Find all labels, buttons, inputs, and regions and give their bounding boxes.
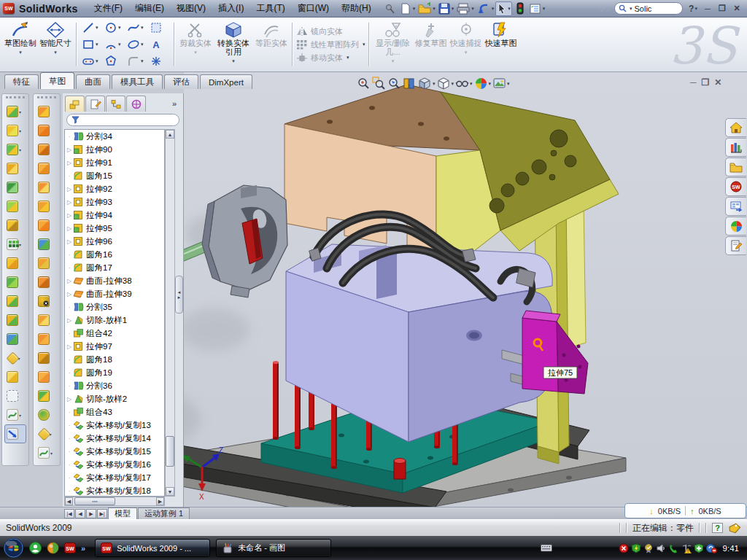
features-extruded-boss-button[interactable]: ▾ xyxy=(7,102,24,121)
model-nav-next-button[interactable]: ▶ xyxy=(86,509,96,518)
model-tab-运动算例 1[interactable]: 运动算例 1 xyxy=(138,508,190,519)
surfaces-planar-surface-button[interactable] xyxy=(38,216,55,235)
taskpane-custom-properties-tab[interactable] xyxy=(725,236,746,255)
sketch-tool-sfillet[interactable]: ▾ xyxy=(125,53,148,70)
hscroll-thumb[interactable]: ▪▪▪ xyxy=(74,497,115,505)
sketch-tool-circle[interactable]: ▾ xyxy=(103,20,125,36)
features-curve-button[interactable]: ▾ xyxy=(7,405,24,424)
dropdown-caret-icon[interactable]: ▾ xyxy=(507,81,510,87)
cmd-草图绘制[interactable]: 草图绘制▾ xyxy=(3,20,38,69)
features-wrap-button[interactable] xyxy=(7,216,24,235)
features-revolved-boss-button[interactable]: ▾ xyxy=(7,140,24,159)
surfaces-flex-button[interactable] xyxy=(38,102,55,121)
taskpane-view-palette-tab[interactable] xyxy=(725,197,746,216)
tree-vertical-scrollbar[interactable]: ▲ ▼ xyxy=(165,129,175,497)
close-button[interactable]: ✕ xyxy=(729,2,744,15)
tree-filter-input[interactable] xyxy=(66,114,179,126)
dropdown-caret-icon[interactable]: ▾ xyxy=(433,81,436,87)
model-nav-last-button[interactable]: ▶| xyxy=(97,509,107,518)
tree-item[interactable]: ▷切除-放样1 xyxy=(65,314,164,327)
dropdown-caret-icon[interactable]: ▾ xyxy=(19,147,24,152)
surfaces-replace-face-button[interactable] xyxy=(38,311,55,330)
dropdown-caret-icon[interactable]: ▾ xyxy=(470,81,473,87)
cmd-修复草图[interactable]: 修复草图 xyxy=(414,20,449,69)
surfaces-deform-button[interactable] xyxy=(38,140,55,159)
dropdown-caret-icon[interactable]: ▾ xyxy=(118,25,121,31)
tray-keyboard-icon[interactable] xyxy=(541,544,552,552)
scroll-right-icon[interactable]: ▶ xyxy=(156,497,164,505)
taskpane-appearances-tab[interactable] xyxy=(725,217,746,236)
surfaces-lofted-surface-button[interactable] xyxy=(38,235,55,254)
features-lofted-boss-button[interactable] xyxy=(7,178,24,197)
headsup-section-view-button[interactable] xyxy=(403,77,417,90)
undo-button[interactable]: ▾ xyxy=(476,1,495,16)
expand-arrow-icon[interactable]: ▷ xyxy=(66,343,73,350)
expand-arrow-icon[interactable]: ▷ xyxy=(66,291,73,298)
part-red-cylinder[interactable] xyxy=(394,459,406,480)
features-intersect-button[interactable] xyxy=(7,330,24,349)
tree-horizontal-scrollbar[interactable]: ◀ ▪▪▪ ▶ xyxy=(64,497,165,506)
tree-item[interactable]: ▷拉伸92 xyxy=(65,182,164,195)
tree-item[interactable]: ·分割35 xyxy=(65,300,164,314)
tab-特征[interactable]: 特征 xyxy=(4,74,39,89)
minimize-button[interactable]: ─ xyxy=(700,2,715,15)
headsup-hide-show-items-button[interactable]: ▾ xyxy=(455,77,473,90)
panel-tab-feature-manager[interactable] xyxy=(65,96,85,112)
dropdown-caret-icon[interactable]: ▾ xyxy=(232,57,235,66)
tray-antenna-warning-icon[interactable]: ! xyxy=(681,543,692,553)
quicklaunch-color-ball-icon[interactable] xyxy=(47,542,59,554)
dropdown-caret-icon[interactable]: ▾ xyxy=(96,58,98,64)
surfaces-delete-face-button[interactable] xyxy=(38,292,55,311)
cmd-线性草图阵列[interactable]: 线性草图阵列▾ xyxy=(296,39,365,50)
tree-item[interactable]: ▷拉伸90 xyxy=(65,143,164,156)
dropdown-caret-icon[interactable]: ▾ xyxy=(363,42,365,47)
tree-item[interactable]: ·圆角18 xyxy=(65,353,164,366)
taskpane-design-library-tab[interactable] xyxy=(725,138,746,157)
surfaces-thicken-button[interactable] xyxy=(38,386,55,405)
headsup-zoom-selection-button[interactable] xyxy=(387,77,401,90)
headsup-zoom-area-button[interactable] xyxy=(372,77,386,90)
expand-arrow-icon[interactable]: ▷ xyxy=(66,317,73,324)
taskbar-window-solidworks[interactable]: SWSolidWorks 2009 - ... xyxy=(95,539,210,557)
menu-item-3[interactable]: 视图(V) xyxy=(171,1,212,16)
dropdown-caret-icon[interactable]: ▾ xyxy=(19,413,24,418)
tree-item[interactable]: ▷曲面-拉伸39 xyxy=(65,287,164,300)
cmd-镜向实体[interactable]: 镜向实体 xyxy=(296,26,365,37)
features-axis-button[interactable] xyxy=(7,386,24,405)
tree-item[interactable]: ▷曲面-拉伸38 xyxy=(65,274,164,287)
surfaces-freeform-button[interactable] xyxy=(38,178,55,197)
tab-评估[interactable]: 评估 xyxy=(164,74,198,89)
sketch-tool-arc[interactable]: ▾ xyxy=(103,36,125,53)
expand-arrow-icon[interactable]: ▷ xyxy=(66,160,73,166)
dropdown-caret-icon[interactable]: ▾ xyxy=(141,42,144,47)
dropdown-caret-icon[interactable]: ▾ xyxy=(19,242,24,247)
tree-item[interactable]: ·圆角17 xyxy=(65,261,164,274)
tag-icon[interactable] xyxy=(728,522,741,534)
graphics-area[interactable]: 拉伸75 Y Z X xyxy=(184,72,747,507)
tab-模具工具[interactable]: 模具工具 xyxy=(112,74,163,89)
cmd-剪裁实体[interactable]: 剪裁实体▾ xyxy=(178,20,213,69)
tree-item[interactable]: ·组合42 xyxy=(65,327,164,340)
tree-item[interactable]: ▷拉伸95 xyxy=(65,222,164,235)
cmd-快速草图[interactable]: 快速草图 xyxy=(484,20,519,69)
help-button[interactable]: ?▾ xyxy=(686,1,700,16)
quicklaunch-messenger-icon[interactable] xyxy=(29,542,42,554)
sketch-tool-region[interactable] xyxy=(148,20,171,36)
sketch-tool-line[interactable]: ▾ xyxy=(80,20,103,36)
scroll-down-icon[interactable]: ▼ xyxy=(166,487,174,496)
dropdown-caret-icon[interactable]: ▾ xyxy=(141,25,144,31)
tree-item[interactable]: ·实体-移动/复制17 xyxy=(65,471,164,484)
menu-item-6[interactable]: 窗口(W) xyxy=(292,1,335,16)
tab-DimXpert[interactable]: DimXpert xyxy=(200,74,252,89)
expand-arrow-icon[interactable]: ▷ xyxy=(66,396,73,402)
surfaces-knit-surface-button[interactable] xyxy=(38,349,55,368)
headsup-scene-button[interactable]: ▾ xyxy=(492,77,510,90)
dropdown-caret-icon[interactable]: ▾ xyxy=(50,451,55,456)
headsup-appearances-button[interactable]: ▾ xyxy=(474,77,492,90)
toolbar-grip[interactable] xyxy=(6,96,25,100)
expand-arrow-icon[interactable]: ▷ xyxy=(66,238,73,245)
toolbar-grip[interactable] xyxy=(37,96,56,100)
ejector-pin[interactable] xyxy=(273,361,279,440)
tree-item[interactable]: ·圆角16 xyxy=(65,248,164,261)
expand-arrow-icon[interactable]: ▷ xyxy=(66,212,73,219)
